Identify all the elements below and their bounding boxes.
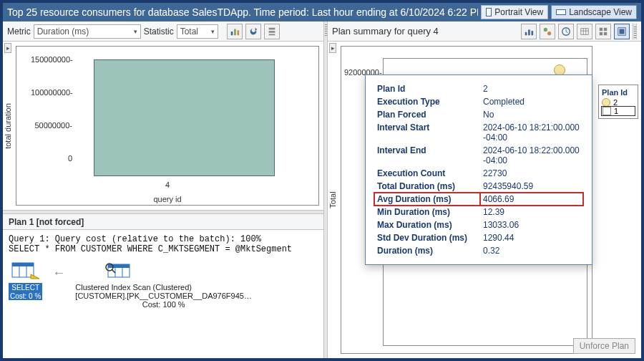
plan-summary-title: Plan summary for query 4 [332,26,521,37]
svg-marker-10 [31,274,39,279]
tooltip-value: Completed [480,95,583,108]
portrait-icon [486,8,492,16]
tooltip-row: Plan Id2 [374,82,583,95]
plan-node-scan[interactable]: Clustered Index Scan (Clustered) [CUSTOM… [75,261,252,309]
svg-rect-23 [581,28,589,34]
metric-combo[interactable]: Duration (ms) ▾ [34,24,141,39]
query-text: SELECT * FROM CUSTOMER WHERE C_MKTSEGMEN… [9,244,318,254]
svg-rect-4 [268,31,275,33]
svg-rect-0 [230,32,233,35]
scan-title: Clustered Index Scan (Clustered) [75,283,252,292]
ytick: 0 [31,154,72,163]
legend-swatch-circle [602,98,610,107]
tooltip-key: Interval Start [374,121,480,144]
svg-rect-28 [604,27,607,30]
legend-item: 1 [602,107,635,115]
svg-rect-12 [108,264,130,268]
tooltip-row: Max Duration (ms)13033.06 [374,218,583,231]
tooltip-value: 4066.69 [480,193,583,206]
tooltip-value: 0.32 [480,244,583,257]
tooltip-row: Min Duration (ms)12.39 [374,206,583,218]
table-button[interactable] [577,24,592,39]
svg-rect-17 [525,32,527,34]
metric-label: Metric [7,27,31,37]
plan-header: Plan 1 [not forced] [3,214,323,230]
svg-rect-7 [12,263,34,266]
legend-label: 1 [614,107,618,115]
svg-point-20 [544,27,547,31]
tooltip-key: Plan Forced [374,108,480,121]
tooltip-value: 2024-06-10 18:21:00.000 -04:00 [480,121,583,144]
legend: Plan Id 2 1 [598,85,638,119]
landscape-view-label: Landscape View [569,7,632,17]
tooltip-row: Plan ForcedNo [374,108,583,121]
tooltip-row: Interval End2024-06-10 18:22:00.000 -04:… [374,144,583,167]
plan-node-select[interactable]: SELECT Cost: 0 % [9,261,42,300]
tooltip-row: Execution Count22730 [374,167,583,180]
legend-swatch-square [602,107,611,115]
collapse-toggle-right[interactable]: ▸ [329,43,336,53]
tooltip-value: 1290.44 [480,231,583,244]
tooltip-row: Interval Start2024-06-10 18:21:00.000 -0… [374,121,583,144]
tooltip-value: 13033.06 [480,218,583,231]
title-bar: Top 25 resource consumers for database S… [3,3,641,21]
legend-label: 2 [613,98,618,107]
right-toolbar: Plan summary for query 4 [328,21,641,42]
bar-query-4[interactable] [94,59,275,176]
collapse-toggle[interactable]: ▸ [4,43,11,53]
tooltip-row: Avg Duration (ms)4066.69 [374,193,583,206]
tooltip-key: Execution Type [374,95,480,108]
portrait-view-button[interactable]: Portrait View [481,5,548,19]
tooltip-value: 12.39 [480,206,583,218]
svg-rect-2 [237,30,239,35]
ytick: 150000000- [31,55,72,64]
chevron-down-icon: ▾ [134,28,137,35]
index-scan-icon [104,261,134,281]
grid-button[interactable] [595,24,611,39]
svg-rect-29 [600,32,602,34]
tooltip-key: Total Duration (ms) [374,180,480,193]
ytick: 50000000- [31,121,72,130]
ytick: 100000000- [31,88,72,97]
left-chart-xlabel: query id [153,195,181,203]
svg-rect-32 [620,29,625,34]
landscape-view-button[interactable]: Landscape View [551,5,637,19]
svg-rect-5 [268,34,275,35]
chart-button[interactable] [521,24,537,39]
tooltip-key: Avg Duration (ms) [374,193,480,206]
svg-rect-18 [528,29,530,35]
svg-point-21 [547,32,551,35]
tooltip-row: Total Duration (ms)92435940.59 [374,180,583,193]
query-cost-line: Query 1: Query cost (relative to the bat… [9,234,318,244]
detail-button[interactable] [614,24,630,39]
landscape-icon [556,9,566,15]
tooltip-value: 2024-06-10 18:22:00.000 -04:00 [480,144,583,167]
settings-button[interactable] [264,24,280,39]
chart-type-button[interactable] [227,24,243,39]
tooltip-value: 92435940.59 [480,180,583,193]
tooltip-value: 2 [480,82,583,95]
legend-title: Plan Id [602,88,635,97]
tooltip-key: Max Duration (ms) [374,218,480,231]
page-title: Top 25 resource consumers for database S… [7,6,478,18]
select-cost: Cost: 0 % [9,292,42,300]
statistic-combo[interactable]: Total ▾ [177,24,218,39]
metric-value: Duration (ms) [37,27,89,37]
tooltip-key: Duration (ms) [374,244,480,257]
history-button[interactable] [558,24,574,39]
table-icon [11,261,41,281]
dropdown-toggle[interactable] [633,24,637,39]
compare-button[interactable] [540,24,555,39]
tooltip-key: Min Duration (ms) [374,206,480,218]
svg-rect-19 [532,31,534,35]
select-label: SELECT [9,283,42,292]
tooltip-key: Plan Id [374,82,480,95]
right-chart-ylabel: Total [328,191,337,208]
refresh-button[interactable] [245,24,261,39]
portrait-view-label: Portrait View [494,7,543,17]
unforce-plan-button[interactable]: Unforce Plan [573,338,635,354]
svg-rect-30 [604,32,607,34]
svg-rect-1 [234,29,236,35]
scan-sub: [CUSTOMER].[PK__CUSTOMER__DA976F945… [75,292,252,300]
tooltip-value: No [480,108,583,121]
